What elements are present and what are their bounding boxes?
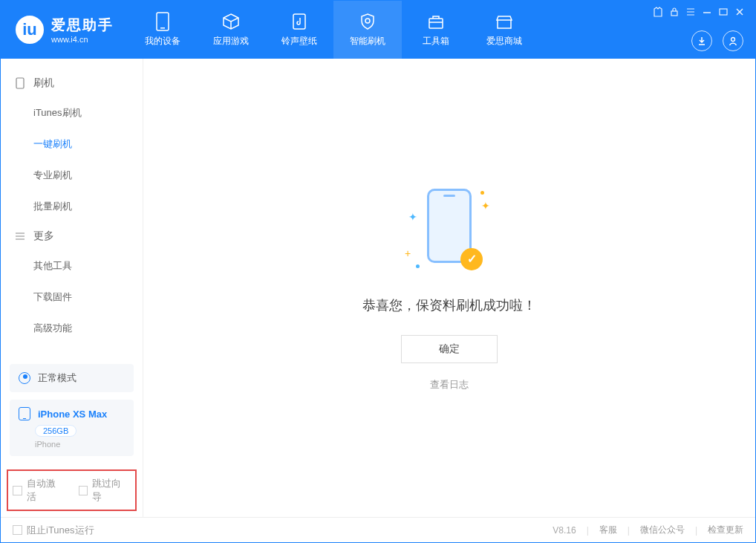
highlight-options: 自动激活 跳过向导 xyxy=(7,469,137,511)
store-icon xyxy=(495,12,514,31)
sidebar-item-pro-flash[interactable]: 专业刷机 xyxy=(1,160,143,191)
sidebar-group-flash: 刷机 xyxy=(1,69,143,97)
group-label: 更多 xyxy=(33,230,54,243)
sidebar-item-other-tools[interactable]: 其他工具 xyxy=(1,250,143,282)
music-icon xyxy=(290,12,309,31)
tab-label: 铃声壁纸 xyxy=(281,35,317,48)
tab-smart-flash[interactable]: 智能刷机 xyxy=(333,1,402,59)
sidebar-item-batch-flash[interactable]: 批量刷机 xyxy=(1,191,143,222)
checkbox-icon xyxy=(13,525,22,535)
sidebar-group-more: 更多 xyxy=(1,222,143,250)
sidebar-item-itunes-flash[interactable]: iTunes刷机 xyxy=(1,97,143,129)
checkbox-skip-guide[interactable]: 跳过向导 xyxy=(79,477,131,504)
tab-toolbox[interactable]: 工具箱 xyxy=(402,1,470,59)
svg-rect-5 xyxy=(671,11,677,16)
app-subtitle: www.i4.cn xyxy=(51,35,114,44)
checkbox-block-itunes[interactable]: 阻止iTunes运行 xyxy=(13,524,94,537)
svg-rect-4 xyxy=(429,19,443,28)
tab-apps-games[interactable]: 应用游戏 xyxy=(197,1,265,59)
phone-icon xyxy=(14,77,26,89)
tab-label: 爱思商城 xyxy=(486,35,522,48)
checkbox-auto-activate[interactable]: 自动激活 xyxy=(13,477,65,504)
skin-icon[interactable] xyxy=(653,7,663,17)
logo-icon: iu xyxy=(16,16,44,44)
device-storage: 256GB xyxy=(35,425,76,437)
svg-rect-2 xyxy=(293,14,305,29)
view-log-link[interactable]: 查看日志 xyxy=(430,378,469,391)
sidebar-item-advanced[interactable]: 高级功能 xyxy=(1,313,143,344)
device-icon xyxy=(19,407,30,420)
mode-label: 正常模式 xyxy=(38,371,76,385)
footer-support-link[interactable]: 客服 xyxy=(599,524,617,536)
sidebar-item-download-firmware[interactable]: 下载固件 xyxy=(1,282,143,313)
tab-label: 工具箱 xyxy=(423,35,449,48)
svg-rect-1 xyxy=(160,27,165,29)
tab-label: 我的设备 xyxy=(145,35,180,48)
svg-rect-6 xyxy=(720,9,727,15)
user-icon[interactable] xyxy=(723,30,743,51)
footer-update-link[interactable]: 检查更新 xyxy=(708,524,743,536)
checkbox-label: 跳过向导 xyxy=(92,477,131,504)
logo-area: iu 爱思助手 www.i4.cn xyxy=(1,1,128,59)
check-badge-icon xyxy=(460,248,483,270)
checkbox-icon xyxy=(79,486,88,495)
tab-store[interactable]: 爱思商城 xyxy=(470,1,538,59)
toolbox-icon xyxy=(426,12,446,31)
device-name: iPhone XS Max xyxy=(38,409,107,420)
device-box[interactable]: iPhone XS Max 256GB iPhone xyxy=(10,400,134,456)
menu-icon[interactable] xyxy=(685,7,696,17)
app-title: 爱思助手 xyxy=(51,16,114,35)
version-label: V8.16 xyxy=(553,525,576,536)
group-label: 刷机 xyxy=(33,77,54,90)
success-illustration: ✦ ✦ + xyxy=(394,185,505,274)
checkbox-label: 自动激活 xyxy=(27,477,65,504)
success-message: 恭喜您，保资料刷机成功啦！ xyxy=(362,296,536,314)
list-icon xyxy=(14,230,26,242)
maximize-icon[interactable] xyxy=(718,7,729,17)
device-icon xyxy=(153,12,172,31)
shield-icon xyxy=(358,12,377,31)
cube-icon xyxy=(221,12,241,31)
sidebar: 刷机 iTunes刷机 一键刷机 专业刷机 批量刷机 更多 其他工具 下载固件 … xyxy=(1,59,143,517)
tab-ringtones-wallpapers[interactable]: 铃声壁纸 xyxy=(265,1,333,59)
close-icon[interactable] xyxy=(734,7,745,17)
footer-wechat-link[interactable]: 微信公众号 xyxy=(640,524,685,536)
lock-icon[interactable] xyxy=(669,7,680,17)
download-icon[interactable] xyxy=(691,30,712,51)
footer: 阻止iTunes运行 V8.16 | 客服 | 微信公众号 | 检查更新 xyxy=(1,517,755,542)
checkbox-icon xyxy=(13,486,22,495)
checkbox-label: 阻止iTunes运行 xyxy=(27,524,94,537)
svg-point-3 xyxy=(365,19,370,23)
tab-label: 应用游戏 xyxy=(213,35,249,48)
svg-point-7 xyxy=(731,38,735,42)
device-type: iPhone xyxy=(35,440,125,449)
sidebar-item-oneclick-flash[interactable]: 一键刷机 xyxy=(1,129,143,160)
mode-box[interactable]: 正常模式 xyxy=(10,364,134,392)
mode-icon xyxy=(19,372,30,384)
svg-rect-8 xyxy=(16,78,24,88)
tab-label: 智能刷机 xyxy=(350,35,385,48)
minimize-icon[interactable] xyxy=(702,7,712,17)
title-bar: iu 爱思助手 www.i4.cn 我的设备 应用游戏 铃声壁纸 智能刷机 xyxy=(1,1,755,59)
tab-my-device[interactable]: 我的设备 xyxy=(128,1,197,59)
ok-button[interactable]: 确定 xyxy=(401,335,498,363)
main-content: ✦ ✦ + 恭喜您，保资料刷机成功啦！ 确定 查看日志 xyxy=(143,59,755,517)
